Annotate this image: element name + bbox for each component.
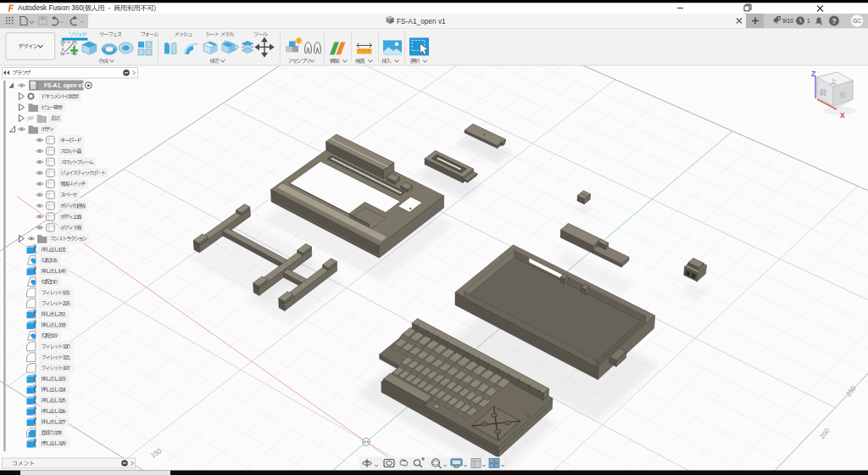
- svg-text:Autodesk Fusion 360: Autodesk Fusion 360: [18, 4, 83, 12]
- svg-text:X: X: [840, 111, 845, 120]
- svg-text:FS-A1_open v1: FS-A1_open v1: [397, 17, 446, 25]
- svg-text:1: 1: [807, 18, 810, 24]
- svg-text:9/10: 9/10: [782, 18, 793, 24]
- svg-text:?: ?: [832, 17, 836, 25]
- svg-text:Z: Z: [811, 70, 815, 78]
- svg-text:FS-A1_open v1: FS-A1_open v1: [44, 82, 85, 89]
- svg-text:GC: GC: [853, 18, 861, 24]
